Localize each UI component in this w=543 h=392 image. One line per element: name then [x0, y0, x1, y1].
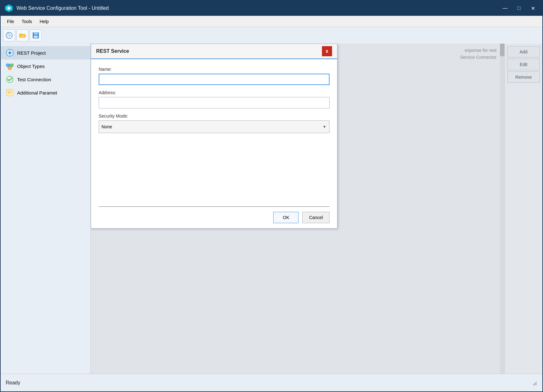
- sidebar-label-additional-params: Additional Paramet: [17, 90, 57, 95]
- svg-point-20: [536, 384, 537, 385]
- maximize-button[interactable]: □: [513, 4, 525, 13]
- right-panel-content: esponse for rest Service Connector Add E…: [91, 44, 542, 374]
- sidebar-label-rest-project: REST Project: [17, 50, 46, 56]
- app-icon: [4, 4, 13, 13]
- name-label: Name:: [99, 67, 330, 72]
- sidebar-label-test-connection: Test Connection: [17, 77, 51, 82]
- security-mode-field-group: Security Mode: None Basic Digest NTLM Ce…: [99, 113, 330, 133]
- address-label: Address:: [99, 90, 330, 95]
- svg-rect-7: [36, 33, 37, 34]
- resize-grip-icon: [531, 380, 537, 386]
- svg-point-21: [534, 384, 535, 385]
- dialog-spacer: [99, 138, 330, 201]
- sidebar-item-object-types[interactable]: Object Types: [1, 59, 90, 73]
- name-field-group: Name:: [99, 67, 330, 85]
- rest-service-dialog: REST Service x Name: Address:: [91, 44, 337, 229]
- svg-point-22: [536, 383, 537, 384]
- status-bar: Ready: [1, 374, 542, 391]
- name-input[interactable]: [99, 74, 330, 85]
- svg-point-23: [533, 384, 534, 385]
- dialog-body: Name: Address: Security Mode: None: [91, 59, 337, 206]
- ok-button[interactable]: OK: [273, 212, 299, 223]
- toolbar-new-button[interactable]: [3, 29, 15, 41]
- cancel-button[interactable]: Cancel: [302, 212, 330, 223]
- dialog-overlay: REST Service x Name: Address:: [91, 44, 542, 374]
- dialog-header: REST Service x: [91, 44, 337, 59]
- window-close-button[interactable]: ✕: [527, 4, 539, 13]
- menu-file[interactable]: File: [3, 18, 18, 25]
- security-mode-select-wrapper: None Basic Digest NTLM Certificate ▼: [99, 120, 330, 133]
- svg-rect-13: [10, 64, 13, 66]
- window-title: Web Service Configuration Tool - Untitle…: [16, 5, 499, 11]
- window-controls: — □ ✕: [499, 4, 539, 13]
- dialog-title: REST Service: [96, 48, 129, 54]
- svg-point-24: [534, 383, 535, 384]
- status-bar-right: [531, 380, 537, 386]
- security-mode-select[interactable]: None Basic Digest NTLM Certificate: [99, 120, 330, 133]
- dialog-close-button[interactable]: x: [322, 46, 332, 56]
- toolbar: [1, 27, 542, 44]
- security-mode-label: Security Mode:: [99, 113, 330, 119]
- svg-rect-9: [35, 36, 37, 38]
- dialog-footer: OK Cancel: [91, 207, 337, 228]
- main-content: REST Project Object Types: [1, 44, 542, 374]
- address-input[interactable]: [99, 97, 330, 108]
- svg-rect-14: [8, 67, 11, 70]
- toolbar-open-button[interactable]: [16, 29, 28, 41]
- sidebar-item-additional-params[interactable]: Additional Paramet: [1, 86, 90, 99]
- title-bar: Web Service Configuration Tool - Untitle…: [1, 1, 542, 16]
- svg-point-25: [536, 382, 537, 383]
- sidebar-item-rest-project[interactable]: REST Project: [1, 46, 90, 59]
- sidebar: REST Project Object Types: [1, 44, 91, 374]
- sidebar-item-test-connection[interactable]: Test Connection: [1, 73, 90, 86]
- menu-help[interactable]: Help: [36, 18, 52, 25]
- menu-bar: File Tools Help: [1, 16, 542, 27]
- minimize-button[interactable]: —: [499, 4, 511, 13]
- menu-tools[interactable]: Tools: [18, 18, 36, 25]
- main-window: Web Service Configuration Tool - Untitle…: [0, 0, 543, 392]
- sidebar-label-object-types: Object Types: [17, 64, 45, 69]
- toolbar-save-button[interactable]: [30, 29, 42, 41]
- status-text: Ready: [6, 380, 20, 386]
- address-field-group: Address:: [99, 90, 330, 108]
